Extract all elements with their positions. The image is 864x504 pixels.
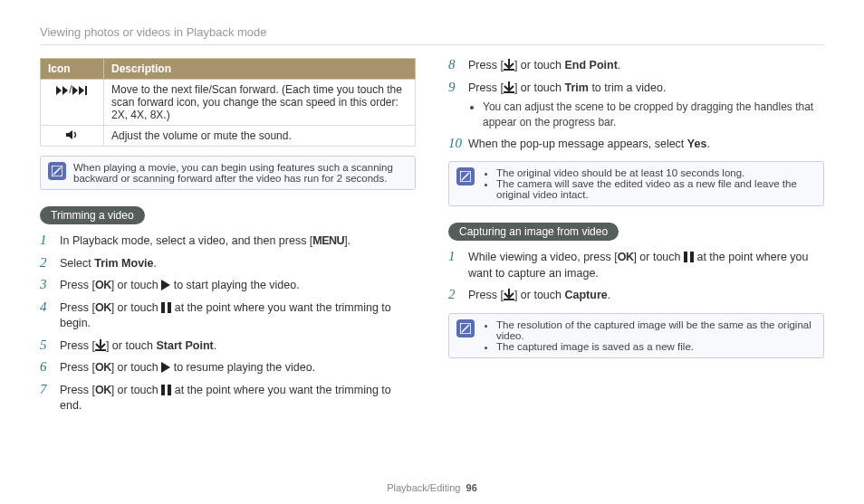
ok-button-label: OK xyxy=(618,251,634,263)
note-item: The camera will save the edited video as… xyxy=(496,178,816,200)
table-row: Adjust the volume or mute the sound. xyxy=(41,126,416,147)
fast-forward-bar-icon xyxy=(72,86,88,95)
play-icon xyxy=(161,280,170,290)
step: Select Trim Movie. xyxy=(40,256,416,272)
ok-button-label: OK xyxy=(95,301,111,314)
note-icon xyxy=(456,319,475,338)
step: While viewing a video, press [OK] or tou… xyxy=(448,250,824,281)
note-icon xyxy=(48,162,66,180)
breadcrumb: Viewing photos or videos in Playback mod… xyxy=(40,25,824,39)
capture-steps: While viewing a video, press [OK] or tou… xyxy=(448,250,824,304)
ok-button-label: OK xyxy=(95,279,111,291)
step: When the pop-up message appears, select … xyxy=(448,137,824,153)
ok-button-label: OK xyxy=(95,361,111,374)
bold-label: Trim Movie xyxy=(94,257,153,270)
down-icon xyxy=(95,339,106,351)
pause-icon xyxy=(161,302,171,313)
note-box: The original video should be at least 10… xyxy=(448,161,824,206)
sub-step: You can adjust the scene to be cropped b… xyxy=(483,100,824,130)
note-item: The resolution of the captured image wil… xyxy=(496,319,816,341)
fast-forward-icon xyxy=(56,86,69,95)
step: Press [] or touch Start Point. xyxy=(40,338,416,355)
bold-label: Capture xyxy=(565,289,608,301)
step: Press [] or touch Trim to trim a video. … xyxy=(448,81,824,130)
down-icon xyxy=(504,59,514,71)
step: Press [] or touch End Point. xyxy=(448,58,824,74)
ok-button-label: OK xyxy=(95,384,111,396)
step: Press [OK] or touch to start playing the… xyxy=(40,278,416,294)
cell-desc: Adjust the volume or mute the sound. xyxy=(104,126,416,147)
play-icon xyxy=(161,362,170,373)
pause-icon xyxy=(684,252,694,262)
menu-button-label: MENU xyxy=(312,234,344,247)
section-heading-capture: Capturing an image from video xyxy=(448,223,619,241)
th-icon: Icon xyxy=(41,59,104,80)
divider xyxy=(40,44,824,45)
trim-steps: In Playback mode, select a video, and th… xyxy=(40,233,416,414)
down-icon xyxy=(504,289,514,300)
step: Press [OK] or touch at the point where y… xyxy=(40,383,416,414)
bold-label: Start Point xyxy=(157,339,214,352)
bold-label: Trim xyxy=(565,81,589,94)
volume-icon xyxy=(66,130,79,141)
icon-description-table: Icon Description / Move to the next file… xyxy=(40,58,416,147)
note-item: The captured image is saved as a new fil… xyxy=(496,341,816,352)
table-row: / Move to the next file/Scan forward. (E… xyxy=(41,80,416,126)
down-icon xyxy=(504,81,514,93)
note-item: The original video should be at least 10… xyxy=(496,167,816,178)
note-box: When playing a movie, you can begin usin… xyxy=(40,156,416,190)
note-icon xyxy=(456,167,475,185)
note-text: When playing a movie, you can begin usin… xyxy=(73,162,408,184)
note-box: The resolution of the captured image wil… xyxy=(448,313,824,358)
step: In Playback mode, select a video, and th… xyxy=(40,233,416,250)
footer-section: Playback/Editing xyxy=(387,482,460,493)
bold-label: Yes xyxy=(687,138,707,150)
footer-page: 96 xyxy=(466,482,477,493)
pause-icon xyxy=(161,385,171,395)
section-heading-trim: Trimming a video xyxy=(40,206,145,224)
footer: Playback/Editing 96 xyxy=(0,482,864,493)
step: Press [OK] or touch to resume playing th… xyxy=(40,360,416,376)
cell-desc: Move to the next file/Scan forward. (Eac… xyxy=(104,80,416,126)
th-desc: Description xyxy=(104,59,416,80)
step: Press [] or touch Capture. xyxy=(448,288,824,304)
bold-label: End Point xyxy=(565,59,618,71)
step: Press [OK] or touch at the point where y… xyxy=(40,300,416,332)
trim-steps-continued: Press [] or touch End Point. Press [] or… xyxy=(448,58,824,152)
